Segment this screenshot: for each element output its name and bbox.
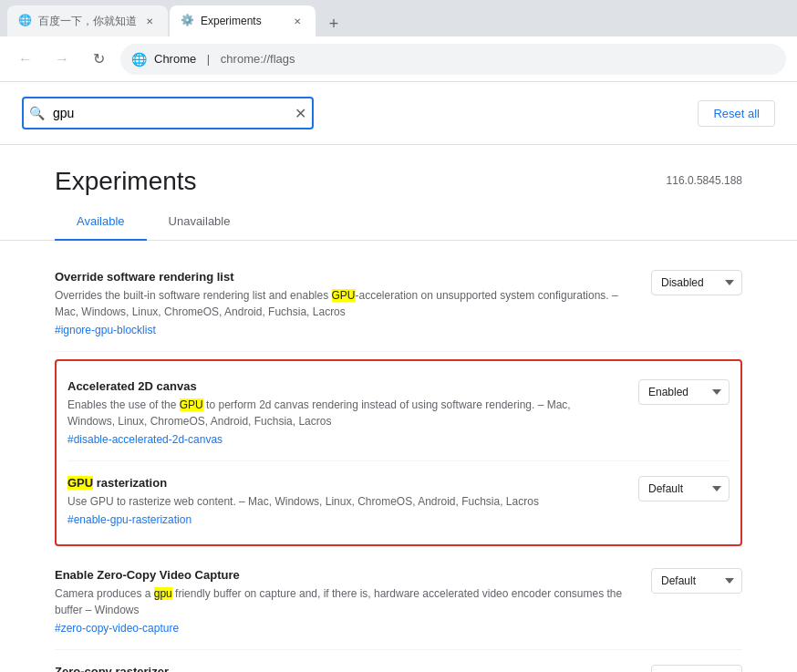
experiment-desc: Enables the use of the GPU to perform 2d…	[67, 397, 616, 429]
forward-icon: →	[55, 51, 69, 67]
experiment-link[interactable]: #enable-gpu-rasterization	[67, 513, 616, 526]
experiment-dropdown[interactable]: Default Disabled Enabled	[651, 270, 742, 295]
address-path: chrome://flags	[221, 52, 295, 66]
experiment-title: Override software rendering list	[55, 270, 629, 284]
dropdown-wrapper: Default Disabled Enabled	[651, 270, 742, 295]
gpu-highlight: GPU	[180, 398, 203, 411]
reset-all-button[interactable]: Reset all	[698, 100, 775, 127]
search-clear-icon[interactable]: ✕	[295, 105, 306, 122]
highlighted-experiments-box: Accelerated 2D canvas Enables the use of…	[55, 359, 742, 546]
browser-frame: 🌐 百度一下，你就知道 ✕ ⚙️ Experiments ✕ + ← → ↻ 🌐…	[0, 0, 797, 672]
tab-1[interactable]: 🌐 百度一下，你就知道 ✕	[7, 5, 168, 36]
experiment-zero-copy-video-capture: Enable Zero-Copy Video Capture Camera pr…	[55, 553, 742, 650]
search-area: 🔍 ✕ Reset all	[0, 82, 797, 145]
experiment-dropdown[interactable]: Default Disabled Enabled	[638, 476, 730, 501]
gpu-highlight: gpu	[154, 587, 172, 600]
experiment-title: GPU rasterization	[67, 476, 616, 490]
reload-icon: ↻	[93, 50, 105, 67]
tab-unavailable[interactable]: Unavailable	[147, 203, 253, 241]
new-tab-button[interactable]: +	[321, 11, 347, 36]
tab-bar: 🌐 百度一下，你就知道 ✕ ⚙️ Experiments ✕ +	[0, 0, 797, 36]
tabs-bar: Available Unavailable	[0, 203, 797, 241]
experiment-dropdown[interactable]: Default Disabled Enabled	[651, 568, 742, 594]
dropdown-wrapper: Default Disabled Enabled	[651, 665, 742, 672]
address-bar[interactable]: 🌐 Chrome | chrome://flags	[120, 44, 786, 75]
experiment-desc: Use GPU to rasterize web content. – Mac,…	[67, 493, 616, 510]
back-icon: ←	[18, 51, 33, 67]
experiment-link[interactable]: #ignore-gpu-blocklist	[55, 324, 629, 336]
experiment-title: Zero-copy rasterizer	[55, 665, 629, 672]
dropdown-wrapper: Default Disabled Enabled	[638, 476, 730, 501]
dropdown-wrapper: Default Disabled Enabled	[651, 568, 742, 594]
forward-button[interactable]: →	[47, 45, 77, 74]
gpu-highlight: GPU	[332, 289, 356, 302]
experiment-override-software-rendering: Override software rendering list Overrid…	[55, 255, 742, 352]
experiment-dropdown[interactable]: Default Disabled Enabled	[651, 665, 742, 672]
tab-1-title: 百度一下，你就知道	[38, 14, 137, 29]
experiment-info: Zero-copy rasterizer Raster threads writ…	[55, 665, 629, 672]
experiments-list: Override software rendering list Overrid…	[0, 255, 797, 672]
page-title: Experiments	[55, 167, 197, 196]
experiment-dropdown[interactable]: Default Disabled Enabled	[638, 379, 730, 405]
experiment-gpu-rasterization: GPU rasterization Use GPU to rasterize w…	[67, 461, 730, 541]
experiment-link[interactable]: #disable-accelerated-2d-canvas	[67, 433, 616, 446]
experiment-title: Enable Zero-Copy Video Capture	[55, 568, 629, 582]
experiment-desc: Overrides the built-in software renderin…	[55, 287, 629, 320]
tab-available[interactable]: Available	[55, 203, 147, 241]
content-wrapper: 🔍 ✕ Reset all Experiments 116.0.5845.188…	[0, 82, 797, 672]
version-text: 116.0.5845.188	[667, 174, 742, 187]
experiment-title: Accelerated 2D canvas	[67, 379, 616, 393]
experiment-desc: Camera produces a gpu friendly buffer on…	[55, 585, 629, 618]
tab-2-close[interactable]: ✕	[290, 14, 305, 28]
nav-bar: ← → ↻ 🌐 Chrome | chrome://flags	[0, 36, 797, 82]
site-icon: 🌐	[131, 52, 147, 67]
experiment-info: Enable Zero-Copy Video Capture Camera pr…	[55, 568, 629, 635]
search-input[interactable]	[22, 97, 314, 129]
tab-2-title: Experiments	[201, 15, 285, 27]
tab-2-favicon: ⚙️	[181, 14, 195, 28]
tab-1-favicon: 🌐	[18, 14, 33, 28]
back-button[interactable]: ←	[11, 45, 40, 74]
search-box-wrapper: 🔍 ✕	[22, 97, 314, 129]
experiment-link[interactable]: #zero-copy-video-capture	[55, 622, 629, 635]
page-title-area: Experiments 116.0.5845.188	[0, 145, 797, 203]
address-site: Chrome	[154, 52, 196, 66]
experiment-info: Accelerated 2D canvas Enables the use of…	[67, 379, 616, 446]
tab-1-close[interactable]: ✕	[142, 14, 157, 28]
dropdown-wrapper: Default Disabled Enabled	[638, 379, 730, 405]
experiment-info: Override software rendering list Overrid…	[55, 270, 629, 336]
experiment-info: GPU rasterization Use GPU to rasterize w…	[67, 476, 616, 526]
address-separator: |	[203, 52, 213, 66]
gpu-highlight: GPU	[67, 476, 93, 490]
experiment-zero-copy-rasterizer: Zero-copy rasterizer Raster threads writ…	[55, 650, 742, 672]
tab-2[interactable]: ⚙️ Experiments ✕	[170, 5, 316, 36]
experiment-accelerated-2d-canvas: Accelerated 2D canvas Enables the use of…	[67, 365, 730, 461]
reload-button[interactable]: ↻	[84, 45, 113, 74]
